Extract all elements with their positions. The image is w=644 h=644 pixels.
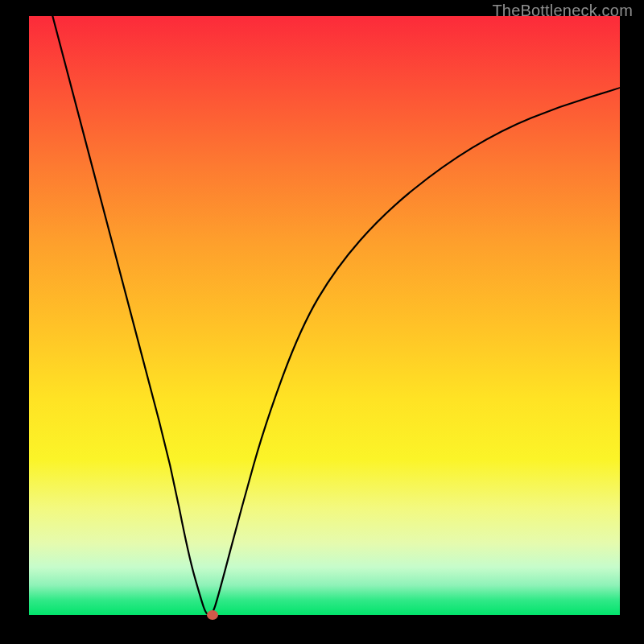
bottleneck-curve [29, 16, 620, 615]
plot-area [29, 16, 620, 615]
minimum-marker-dot [207, 610, 218, 620]
chart-frame: TheBottleneck.com [0, 0, 644, 644]
